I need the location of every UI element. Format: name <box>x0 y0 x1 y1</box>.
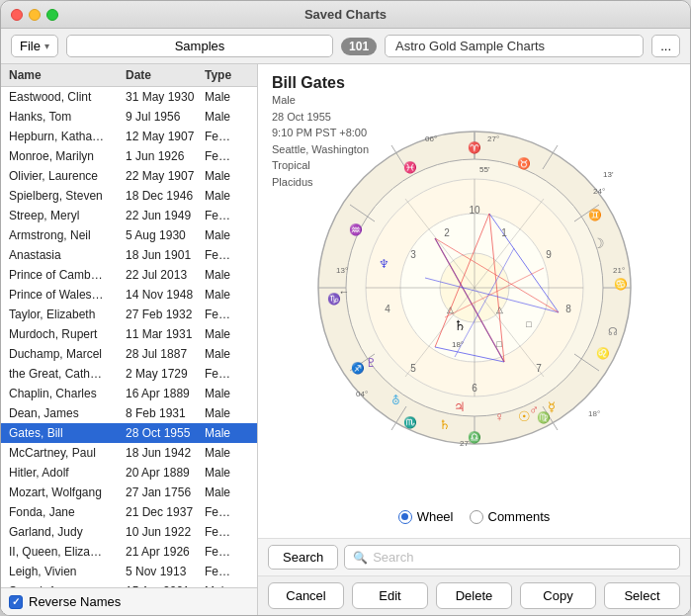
search-icon: 🔍 <box>353 551 368 565</box>
select-button[interactable]: Select <box>604 582 680 609</box>
list-item[interactable]: Anastasia 18 Jun 1901 Fe… <box>1 245 257 265</box>
list-item[interactable]: Chaplin, Charles 16 Apr 1889 Male <box>1 384 257 403</box>
item-name: Prince of Camb… <box>9 268 126 282</box>
svg-text:□: □ <box>496 339 502 349</box>
item-date: 18 Jun 1942 <box>126 446 205 460</box>
item-type: Male <box>205 169 249 183</box>
list-item[interactable]: Duchamp, Marcel 28 Jul 1887 Male <box>1 344 257 364</box>
search-field[interactable]: 🔍 Search <box>344 545 680 570</box>
svg-text:♌: ♌ <box>596 346 610 360</box>
svg-text:♈: ♈ <box>468 140 481 154</box>
action-bar: Cancel Edit Delete Copy Select <box>258 575 690 615</box>
list-item[interactable]: Olivier, Laurence 22 May 1907 Male <box>1 166 257 186</box>
chart-title-field[interactable]: Astro Gold Sample Charts <box>385 35 644 57</box>
svg-text:△: △ <box>495 305 502 314</box>
list-item[interactable]: Hepburn, Katha… 12 May 1907 Fe… <box>1 127 257 146</box>
list-item[interactable]: Prince of Wales… 14 Nov 1948 Male <box>1 285 257 305</box>
svg-text:△: △ <box>446 305 453 314</box>
comments-radio-circle[interactable] <box>470 510 483 524</box>
list-item[interactable]: Hanks, Tom 9 Jul 1956 Male <box>1 107 257 127</box>
item-date: 21 Dec 1937 <box>126 505 205 519</box>
list-item[interactable]: Monroe, Marilyn 1 Jun 1926 Fe… <box>1 146 257 166</box>
svg-text:21°: 21° <box>613 266 625 275</box>
chart-system: Tropical <box>272 157 369 174</box>
reverse-names-row: Reverse Names <box>1 587 257 615</box>
list-item[interactable]: Prince of Camb… 22 Jul 2013 Male <box>1 265 257 285</box>
copy-button[interactable]: Copy <box>520 582 596 609</box>
list-item[interactable]: Garland, Judy 10 Jun 1922 Fe… <box>1 522 257 542</box>
svg-text:☽: ☽ <box>591 235 604 251</box>
samples-button[interactable]: Samples <box>66 35 333 57</box>
chart-gender: Male <box>272 92 369 109</box>
wheel-radio[interactable]: Wheel <box>398 509 454 524</box>
item-date: 10 Jun 1922 <box>126 525 205 539</box>
item-type: Fe… <box>205 525 249 539</box>
item-date: 9 Jul 1956 <box>126 110 205 124</box>
item-date: 11 Mar 1931 <box>126 327 205 341</box>
delete-button[interactable]: Delete <box>436 582 512 609</box>
list-item[interactable]: Mozart, Wolfgang 27 Jan 1756 Male <box>1 483 257 502</box>
chart-location: Seattle, Washington <box>272 141 369 158</box>
svg-text:♏: ♏ <box>403 415 417 429</box>
svg-text:♊: ♊ <box>588 208 602 221</box>
close-button[interactable] <box>11 9 23 21</box>
item-type: Male <box>205 426 249 440</box>
search-button[interactable]: Search <box>268 545 338 570</box>
chart-dob: 28 Oct 1955 <box>272 109 369 126</box>
list-item[interactable]: Hitler, Adolf 20 Apr 1889 Male <box>1 463 257 483</box>
file-button[interactable]: File ▾ <box>11 35 58 57</box>
svg-text:13°: 13° <box>336 266 348 275</box>
ellipsis-button[interactable]: ... <box>651 35 680 57</box>
list-item[interactable]: Armstrong, Neil 5 Aug 1930 Male <box>1 225 257 245</box>
list-item[interactable]: Spielberg, Steven 18 Dec 1946 Male <box>1 186 257 206</box>
list-item[interactable]: II, Queen, Eliza… 21 Apr 1926 Fe… <box>1 542 257 562</box>
list-body[interactable]: Eastwood, Clint 31 May 1930 Male Hanks, … <box>1 87 257 587</box>
item-type: Fe… <box>205 149 249 163</box>
item-type: Fe… <box>205 248 249 262</box>
list-item[interactable]: Streep, Meryl 22 Jun 1949 Fe… <box>1 206 257 225</box>
list-item[interactable]: Eastwood, Clint 31 May 1930 Male <box>1 87 257 107</box>
list-item[interactable]: Fonda, Jane 21 Dec 1937 Fe… <box>1 502 257 522</box>
edit-button[interactable]: Edit <box>352 582 428 609</box>
svg-text:⛢: ⛢ <box>390 394 399 407</box>
wheel-radio-circle[interactable] <box>398 510 412 524</box>
svg-text:5: 5 <box>410 363 416 374</box>
svg-text:27°: 27° <box>487 134 499 143</box>
left-panel: Name Date Type Eastwood, Clint 31 May 19… <box>1 64 258 615</box>
list-item[interactable]: Gates, Bill 28 Oct 1955 Male <box>1 423 257 443</box>
chevron-down-icon: ▾ <box>44 41 49 51</box>
view-options: Wheel Comments <box>398 503 551 530</box>
list-item[interactable]: Dean, James 8 Feb 1931 Male <box>1 403 257 423</box>
list-item[interactable]: Leigh, Vivien 5 Nov 1913 Fe… <box>1 562 257 581</box>
maximize-button[interactable] <box>46 9 58 21</box>
minimize-button[interactable] <box>29 9 41 21</box>
list-item[interactable]: McCartney, Paul 18 Jun 1942 Male <box>1 443 257 463</box>
chart-area: Bill Gates Male 28 Oct 1955 9:10 PM PST … <box>258 64 690 538</box>
item-date: 14 Nov 1948 <box>126 288 205 302</box>
list-item[interactable]: the Great, Cath… 2 May 1729 Fe… <box>1 364 257 384</box>
svg-text:8: 8 <box>565 304 571 314</box>
item-name: Streep, Meryl <box>9 209 126 222</box>
item-name: Prince of Wales… <box>9 288 126 302</box>
svg-text:♆: ♆ <box>378 257 389 271</box>
item-name: Dean, James <box>9 406 126 420</box>
item-type: Fe… <box>205 209 249 222</box>
reverse-names-checkbox[interactable] <box>9 595 23 609</box>
wheel-label: Wheel <box>417 509 454 524</box>
item-date: 1 Jun 1926 <box>126 149 205 163</box>
svg-text:♍: ♍ <box>537 410 551 424</box>
svg-text:♐: ♐ <box>351 361 365 375</box>
item-name: II, Queen, Eliza… <box>9 545 126 559</box>
list-item[interactable]: Murdoch, Rupert 11 Mar 1931 Male <box>1 324 257 344</box>
cancel-button[interactable]: Cancel <box>268 582 344 609</box>
list-item[interactable]: Taylor, Elizabeth 27 Feb 1932 Fe… <box>1 305 257 324</box>
svg-text:3: 3 <box>410 249 416 260</box>
window-title: Saved Charts <box>304 7 387 22</box>
svg-text:♒: ♒ <box>349 222 363 236</box>
item-name: Olivier, Laurence <box>9 169 126 183</box>
comments-radio[interactable]: Comments <box>470 509 551 524</box>
header-type: Type <box>205 68 249 82</box>
item-name: Duchamp, Marcel <box>9 347 126 361</box>
count-badge: 101 <box>341 38 377 55</box>
item-date: 5 Nov 1913 <box>126 565 205 578</box>
